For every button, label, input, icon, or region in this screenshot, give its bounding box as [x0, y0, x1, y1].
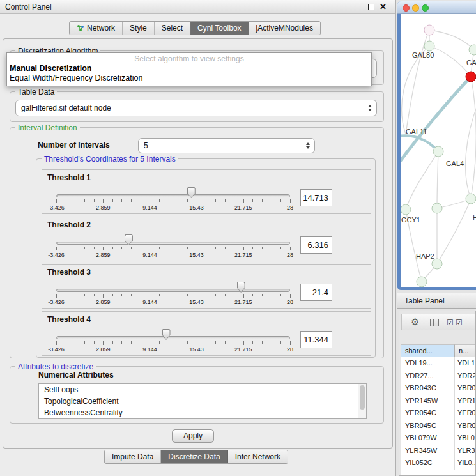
number-of-intervals-value: 5: [144, 141, 148, 150]
network-node[interactable]: [424, 25, 434, 35]
stepper-icon: [306, 142, 310, 149]
slider-ruler: [56, 247, 290, 251]
tab-cyni-toolbox[interactable]: Cyni Toolbox: [190, 22, 249, 35]
list-item-betweennesscentrality[interactable]: BetweennessCentrality: [39, 407, 366, 418]
table-row[interactable]: YDR27...YDR2...: [401, 370, 475, 383]
tab-select[interactable]: Select: [155, 22, 190, 35]
network-node-gal80[interactable]: [424, 41, 434, 51]
popup-item-manual-discretization[interactable]: Manual Discretization: [7, 64, 371, 73]
threshold-slider[interactable]: -3.4262.8599.14415.4321.71528: [56, 187, 290, 213]
checkbox-select-all-icon[interactable]: ☑: [456, 318, 463, 327]
slider-track[interactable]: [56, 194, 290, 197]
numerical-attributes-title: Numerical Attributes: [38, 371, 114, 380]
list-item-topologicalcoefficient[interactable]: TopologicalCoefficient: [39, 395, 366, 407]
threshold-slider[interactable]: -3.4262.8599.14415.4321.71528: [56, 282, 290, 307]
apply-button[interactable]: Apply: [172, 429, 214, 443]
threshold-value-field[interactable]: 6.316: [300, 236, 332, 254]
table-cell: YDR2...: [455, 370, 475, 383]
table-cell: YPR1...: [455, 395, 475, 408]
tab-infer-network[interactable]: Infer Network: [228, 450, 288, 463]
network-edge[interactable]: [471, 77, 476, 199]
slider-track[interactable]: [56, 289, 290, 292]
threshold-panel-1: Threshold 1-3.4262.8599.14415.4321.71528…: [42, 169, 371, 214]
network-node[interactable]: [466, 194, 476, 204]
table-data-combobox[interactable]: galFiltered.sif default node: [15, 100, 377, 116]
threshold-value-field[interactable]: 14.713: [300, 189, 332, 206]
network-edge[interactable]: [401, 135, 438, 151]
network-edge[interactable]: [466, 97, 476, 199]
slider-track[interactable]: [56, 336, 290, 339]
table-cell: YBR0...: [455, 382, 475, 395]
table-row[interactable]: YBR043CYBR0...: [401, 382, 475, 395]
close-traffic-icon[interactable]: [403, 4, 410, 12]
interval-definition-label: Interval Definition: [15, 123, 80, 132]
table-row[interactable]: YIL052CYIL0...: [401, 457, 475, 470]
node-label-ga: GA: [466, 59, 476, 66]
tab-jactivemnodules[interactable]: jActiveMNodules: [249, 22, 320, 35]
stepper-icon: [368, 105, 372, 111]
node-label-gal4: GAL4: [446, 160, 464, 167]
tab-label: Discretize Data: [168, 452, 220, 461]
network-node-gcy1[interactable]: [401, 204, 411, 215]
table-rows: YDL19...YDL1...YDR27...YDR2...YBR043CYBR…: [401, 357, 475, 475]
threshold-value-field[interactable]: 21.4: [300, 284, 332, 301]
tab-impute-data[interactable]: Impute Data: [105, 450, 161, 463]
table-row[interactable]: YPR145WYPR1...: [401, 395, 475, 408]
tab-label: Network: [87, 24, 115, 33]
number-of-intervals-label: Number of Intervals: [38, 141, 110, 150]
threshold-label: Threshold 1: [47, 173, 91, 182]
table-row[interactable]: YLR345WYLR3...: [401, 445, 475, 457]
table-cell: YPR145W: [401, 395, 455, 408]
interval-definition-group: Interval Definition Number of Intervals …: [10, 127, 384, 358]
bottom-tab-bar: Impute DataDiscretize DataInfer Network: [104, 450, 288, 464]
zoom-traffic-icon[interactable]: [422, 4, 429, 12]
numerical-attributes-list[interactable]: SelfLoopsTopologicalCoefficientBetweenne…: [38, 383, 367, 419]
threshold-slider[interactable]: -3.4262.8599.14415.4321.71528: [56, 329, 290, 355]
threshold-slider[interactable]: -3.4262.8599.14415.4321.71528: [56, 234, 290, 260]
tab-label: Impute Data: [112, 452, 153, 461]
algorithm-popup-list: Manual DiscretizationEqual Width/Frequen…: [7, 64, 371, 83]
network-edge[interactable]: [406, 151, 438, 210]
threshold-value-field[interactable]: 11.344: [300, 331, 332, 348]
gear-icon[interactable]: ⚙: [411, 316, 419, 328]
tab-label: Select: [162, 24, 183, 33]
network-node[interactable]: [432, 203, 442, 213]
threshold-label: Threshold 2: [47, 220, 91, 229]
tab-style[interactable]: Style: [123, 22, 155, 35]
table-cell: YBR0...: [455, 420, 475, 433]
network-node-hap2[interactable]: [432, 259, 442, 269]
network-edge[interactable]: [437, 151, 438, 208]
network-node[interactable]: [469, 45, 476, 55]
table-row[interactable]: YDL19...YDL1...: [401, 357, 475, 370]
network-canvas[interactable]: GAL80GAGAL11GAL4GCY1HHAP2: [401, 14, 476, 287]
network-edge[interactable]: [429, 46, 471, 77]
number-of-intervals-combobox[interactable]: 5: [138, 138, 315, 153]
close-icon[interactable]: ✕: [380, 2, 387, 12]
column-header-1[interactable]: n...: [455, 344, 475, 357]
network-node-gal4[interactable]: [433, 146, 443, 157]
checkbox-select-icon[interactable]: ☑: [447, 318, 454, 327]
float-window-icon[interactable]: [368, 4, 374, 10]
tab-discretize-data[interactable]: Discretize Data: [161, 450, 227, 463]
table-row[interactable]: YBR045CYBR0...: [401, 420, 475, 433]
network-graph: GAL80GAGAL11GAL4GCY1HHAP2: [401, 14, 476, 287]
network-node[interactable]: [417, 277, 427, 287]
table-row[interactable]: YBL079WYBL0...: [401, 432, 475, 445]
slider-track[interactable]: [56, 242, 290, 245]
network-edge[interactable]: [429, 30, 474, 50]
list-scrollbar[interactable]: [358, 384, 366, 418]
list-item-selfloops[interactable]: SelfLoops: [39, 384, 366, 395]
network-edge[interactable]: [402, 46, 429, 134]
columns-icon[interactable]: [430, 319, 439, 326]
table-row[interactable]: YER054CYER0...: [401, 407, 475, 420]
scrollbar-thumb[interactable]: [360, 385, 365, 410]
node-label-h: H: [473, 213, 476, 221]
minimize-traffic-icon[interactable]: [412, 4, 419, 12]
tab-label: Cyni Toolbox: [197, 24, 241, 33]
column-header-0[interactable]: shared...: [401, 344, 455, 357]
table-cell: YLR3...: [455, 445, 475, 457]
network-node[interactable]: [466, 72, 476, 82]
popup-item-equal-width-frequency-discretization[interactable]: Equal Width/Frequency Discretization: [7, 73, 371, 83]
tab-network[interactable]: Network: [70, 22, 123, 35]
threshold-panel-3: Threshold 3-3.4262.8599.14415.4321.71528…: [42, 264, 371, 309]
